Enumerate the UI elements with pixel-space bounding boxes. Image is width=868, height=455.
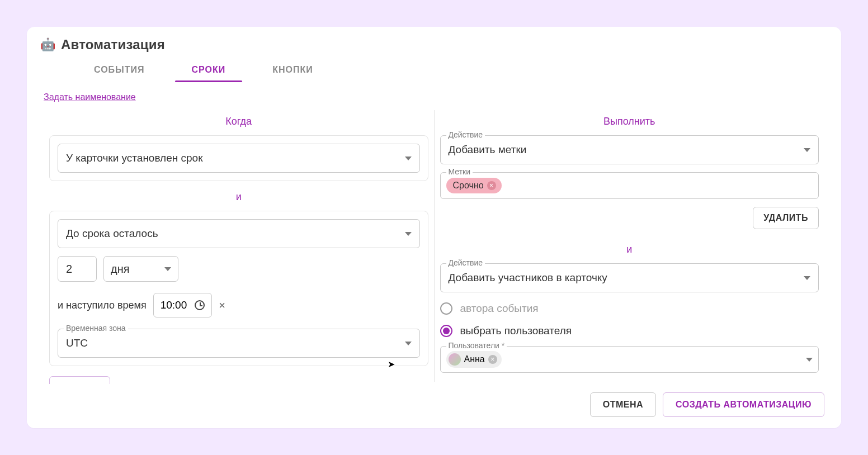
add-if-button[interactable]: + И ЕСЛИ (49, 376, 110, 384)
action2-select[interactable]: Действие Добавить участников в карточку (440, 263, 819, 292)
unit-value: дня (111, 263, 130, 276)
action2-value: Добавить участников в карточку (449, 272, 607, 284)
trigger-select[interactable]: У карточки установлен срок (58, 144, 420, 173)
radio-author-label: автора события (460, 302, 539, 315)
dialog-header: 🤖 Автоматизация (27, 37, 841, 57)
when-column: Когда У карточки установлен срок и До ср… (44, 108, 434, 384)
users-legend: Пользователи * (446, 341, 507, 350)
do-column: Выполнить Действие Добавить метки Метки … (435, 108, 825, 384)
users-field[interactable]: Пользователи * Анна × (440, 346, 819, 373)
chevron-down-icon (806, 358, 813, 362)
tab-events[interactable]: СОБЫТИЯ (94, 65, 145, 82)
condition-value: До срока осталось (66, 228, 158, 240)
timezone-value: UTC (66, 337, 88, 349)
chevron-down-icon (405, 157, 412, 160)
columns: Когда У карточки установлен срок и До ср… (27, 108, 841, 384)
action1-legend: Действие (446, 130, 485, 139)
action2-legend: Действие (446, 258, 485, 267)
avatar-icon (449, 353, 461, 366)
when-conjunction: и (49, 183, 428, 211)
cancel-button[interactable]: ОТМЕНА (590, 392, 656, 417)
delete-action-button[interactable]: УДАЛИТЬ (753, 207, 819, 229)
clear-time-icon[interactable]: × (219, 299, 225, 312)
user-chip-name: Анна (464, 354, 485, 364)
time-value: 10:00 (161, 299, 187, 311)
dialog-title: Автоматизация (61, 37, 165, 53)
labels-legend: Метки (446, 167, 473, 176)
chevron-down-icon (164, 267, 171, 271)
clock-icon (195, 300, 205, 310)
tab-buttons[interactable]: КНОПКИ (272, 65, 313, 82)
automation-dialog: 🤖 Автоматизация СОБЫТИЯ СРОКИ КНОПКИ Зад… (27, 27, 841, 428)
chevron-down-icon (804, 276, 810, 280)
label-chip: Срочно × (446, 178, 502, 193)
create-automation-button[interactable]: СОЗДАТЬ АВТОМАТИЗАЦИЮ (663, 392, 824, 417)
action1-select[interactable]: Действие Добавить метки (440, 135, 819, 164)
remove-user-icon[interactable]: × (488, 355, 497, 364)
radio-user-label: выбрать пользователя (460, 325, 572, 337)
remove-label-icon[interactable]: × (487, 181, 496, 190)
condition-select[interactable]: До срока осталось (58, 219, 420, 248)
when-title: Когда (49, 110, 428, 135)
condition-panel: До срока осталось дня и наступило время … (49, 211, 428, 366)
labels-field[interactable]: Метки Срочно × (440, 172, 819, 199)
chevron-down-icon (804, 148, 810, 152)
radio-author-row[interactable]: автора события (440, 302, 819, 315)
label-chip-text: Срочно (453, 181, 484, 191)
time-input[interactable]: 10:00 (153, 293, 213, 317)
do-title: Выполнить (440, 110, 819, 135)
tab-deadlines[interactable]: СРОКИ (192, 65, 226, 82)
radio-checked-icon (440, 325, 452, 337)
timezone-label: Временная зона (64, 324, 128, 333)
unit-select[interactable]: дня (103, 256, 178, 282)
radio-unchecked-icon (440, 302, 452, 315)
action1-panel: Действие Добавить метки Метки Срочно × (440, 135, 819, 234)
time-prefix: и наступило время (58, 300, 147, 311)
robot-icon: 🤖 (40, 37, 55, 52)
tabs: СОБЫТИЯ СРОКИ КНОПКИ (27, 57, 841, 82)
dialog-footer: ОТМЕНА СОЗДАТЬ АВТОМАТИЗАЦИЮ (27, 384, 841, 428)
trigger-panel: У карточки установлен срок (49, 135, 428, 181)
set-name-link[interactable]: Задать наименование (27, 82, 841, 108)
chevron-down-icon (405, 232, 412, 236)
timezone-select[interactable]: Временная зона UTC (58, 329, 420, 358)
action1-value: Добавить метки (449, 144, 527, 156)
action2-panel: Действие Добавить участников в карточку … (440, 263, 819, 373)
chevron-down-icon (405, 342, 412, 345)
amount-input[interactable] (58, 256, 97, 282)
do-conjunction: и (440, 236, 819, 263)
user-chip: Анна × (446, 351, 502, 368)
radio-user-row[interactable]: выбрать пользователя (440, 325, 819, 337)
trigger-value: У карточки установлен срок (66, 152, 202, 164)
